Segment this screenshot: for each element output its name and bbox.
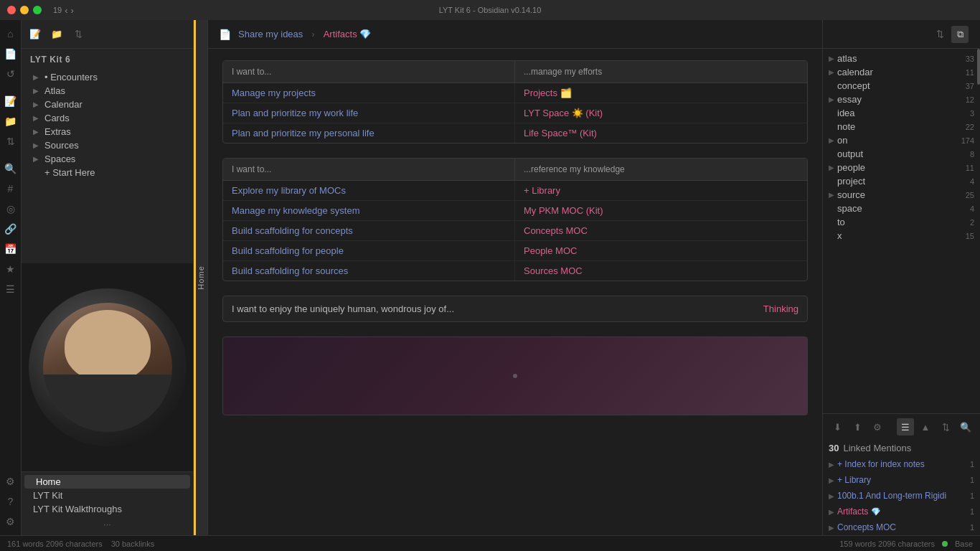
calendar-icon[interactable]: 📅 [1, 240, 20, 258]
import-icon[interactable]: ⬇ [829, 418, 846, 435]
tag-item-output[interactable]: ▶ output 8 [823, 147, 980, 161]
breadcrumb-share-ideas[interactable]: Share my ideas [238, 29, 303, 39]
gear-icon[interactable]: ⚙ [869, 418, 886, 435]
collapse-icon[interactable]: ▲ [917, 418, 934, 435]
nav-back-icon[interactable]: ‹ [65, 5, 67, 16]
life-space-link[interactable]: Life Space™ (Kit) [524, 128, 597, 138]
tag-item-project[interactable]: ▶ project 4 [823, 174, 980, 188]
list-icon[interactable]: ☰ [1, 280, 20, 298]
plan-work-link[interactable]: Plan and prioritize my work life [232, 108, 358, 118]
sidebar-item-start-here[interactable]: ▶ + Start Here [24, 166, 190, 179]
list-view-icon[interactable]: ☰ [897, 418, 914, 435]
tag-icon[interactable]: # [1, 179, 20, 198]
projects-link[interactable]: Projects 🗂️ [524, 88, 572, 98]
tag-item-atlas[interactable]: ▶ atlas 33 [823, 52, 980, 65]
mention-concepts-moc[interactable]: ▶ Concepts MOC 1 [823, 519, 980, 535]
tag-item-idea[interactable]: ▶ idea 3 [823, 106, 980, 120]
sidebar-item-label: Sources [44, 140, 79, 151]
sidebar-item-lyt-walkthroughs[interactable]: LYT Kit Walkthroughs [24, 502, 190, 516]
sidebar-item-cards[interactable]: ▶ Cards [24, 111, 190, 125]
plan-personal-link[interactable]: Plan and prioritize my personal life [232, 128, 374, 138]
home-rail-icon[interactable]: ⌂ [1, 24, 20, 43]
manage-projects-link[interactable]: Manage my projects [232, 88, 316, 98]
tag-item-source[interactable]: ▶ source 25 [823, 188, 980, 202]
sidebar: 📝 📁 ⇅ LYT Kit 6 ▶ • Encounters ▶ Atlas ▶… [22, 20, 194, 535]
chevron-icon: ▶ [33, 114, 42, 122]
library-link[interactable]: + Library [524, 185, 560, 196]
sidebar-item-encounters[interactable]: ▶ • Encounters [24, 70, 190, 84]
build-people-link[interactable]: Build scaffolding for people [232, 245, 344, 256]
search-icon[interactable]: 🔍 [1, 159, 20, 178]
file-new-icon[interactable]: 📝 [1, 92, 20, 110]
sort-right-icon[interactable]: ⇅ [931, 26, 948, 43]
tag-item-x[interactable]: ▶ x 15 [823, 229, 980, 242]
main-content: 📄 Share my ideas › Artifacts 💎 I want to… [208, 20, 822, 535]
star-icon[interactable]: ★ [1, 260, 20, 278]
build-sources-link[interactable]: Build scaffolding for sources [232, 265, 348, 276]
people-moc-link[interactable]: People MOC [524, 245, 577, 256]
main-scroll-area[interactable]: I want to... ...manage my efforts Manage… [208, 49, 822, 535]
sidebar-item-extras[interactable]: ▶ Extras [24, 125, 190, 138]
graph-icon[interactable]: ◎ [1, 199, 20, 218]
table-cell-col1: Plan and prioritize my work life [223, 103, 515, 123]
sources-moc-link[interactable]: Sources MOC [524, 265, 583, 276]
more-options-icon[interactable]: ··· [22, 516, 193, 532]
mention-library[interactable]: ▶ + Library 1 [823, 472, 980, 488]
lyt-space-link[interactable]: LYT Space ☀️ (Kit) [524, 108, 603, 118]
tag-count: 3 [970, 109, 974, 118]
links-icon[interactable]: 🔗 [1, 220, 20, 238]
tag-item-to[interactable]: ▶ to 2 [823, 215, 980, 229]
thinking-link[interactable]: Thinking [763, 303, 798, 314]
right-bottom: ⬇ ⬆ ⚙ ☰ ▲ ⇅ 🔍 30 Linked Mentions ▶ + Ind… [823, 413, 980, 535]
sidebar-item-calendar[interactable]: ▶ Calendar [24, 98, 190, 111]
settings-icon[interactable]: ⚙ [1, 512, 20, 531]
tag-item-space[interactable]: ▶ space 4 [823, 202, 980, 215]
sidebar-item-home[interactable]: Home [24, 475, 190, 489]
tag-item-note[interactable]: ▶ note 22 [823, 120, 980, 133]
table-cell-col2: Life Space™ (Kit) [515, 123, 807, 143]
build-concepts-link[interactable]: Build scaffolding for concepts [232, 225, 353, 236]
nav-forward-icon[interactable]: › [71, 5, 74, 16]
window-title: LYT Kit 6 - Obsidian v0.14.10 [439, 6, 542, 14]
mention-index-notes[interactable]: ▶ + Index for index notes 1 [823, 456, 980, 472]
file-rail-icon[interactable]: 📄 [1, 44, 20, 63]
sidebar-item-label: • Encounters [44, 72, 98, 83]
search-mentions-icon[interactable]: 🔍 [957, 418, 974, 435]
help-icon[interactable]: ? [1, 492, 20, 511]
chevron-icon: ▶ [829, 95, 834, 103]
export-icon[interactable]: ⬆ [849, 418, 866, 435]
tag-item-on[interactable]: ▶ on 174 [823, 133, 980, 147]
sidebar-item-spaces[interactable]: ▶ Spaces [24, 152, 190, 166]
sidebar-item-atlas[interactable]: ▶ Atlas [24, 84, 190, 98]
new-note-icon[interactable]: 📝 [27, 27, 43, 42]
tag-item-people[interactable]: ▶ people 11 [823, 161, 980, 174]
pkm-moc-link[interactable]: My PKM MOC (Kit) [524, 205, 603, 216]
folder-icon[interactable]: 📁 [1, 112, 20, 131]
home-tab[interactable]: Home [194, 20, 208, 535]
sidebar-item-lyt-kit[interactable]: LYT Kit [24, 489, 190, 502]
breadcrumb-artifacts[interactable]: Artifacts 💎 [324, 29, 372, 39]
mention-100b[interactable]: ▶ 100b.1 And Long-term Rigidi 1 [823, 488, 980, 504]
sort-icon[interactable]: ⇅ [1, 132, 20, 151]
layers-icon[interactable]: ⧉ [951, 26, 969, 43]
tag-item-concept[interactable]: ▶ concept 37 [823, 79, 980, 93]
tag-item-calendar[interactable]: ▶ calendar 11 [823, 65, 980, 79]
tag-item-essay[interactable]: ▶ essay 12 [823, 93, 980, 106]
manage-knowledge-link[interactable]: Manage my knowledge system [232, 205, 359, 216]
sort-files-icon[interactable]: ⇅ [70, 27, 86, 42]
plugin-icon[interactable]: ⚙ [1, 472, 20, 491]
sidebar-item-sources[interactable]: ▶ Sources [24, 138, 190, 152]
new-folder-icon[interactable]: 📁 [49, 27, 65, 42]
explore-library-link[interactable]: Explore my library of MOCs [232, 185, 346, 196]
close-button[interactable] [7, 6, 16, 14]
refresh-rail-icon[interactable]: ↺ [1, 65, 20, 83]
maximize-button[interactable] [33, 6, 42, 14]
mention-artifacts[interactable]: ▶ Artifacts 💎 1 [823, 504, 980, 519]
status-bar-right: 159 words 2096 characters Base [839, 540, 973, 548]
file-icon[interactable]: 📄 [217, 27, 232, 42]
chevron-icon: ▶ [33, 87, 42, 95]
tag-list[interactable]: ▶ atlas 33 ▶ calendar 11 ▶ concept 37 ▶ … [823, 49, 980, 413]
expand-icon[interactable]: ⇅ [937, 418, 954, 435]
concepts-moc-link[interactable]: Concepts MOC [524, 225, 588, 236]
minimize-button[interactable] [20, 6, 29, 14]
